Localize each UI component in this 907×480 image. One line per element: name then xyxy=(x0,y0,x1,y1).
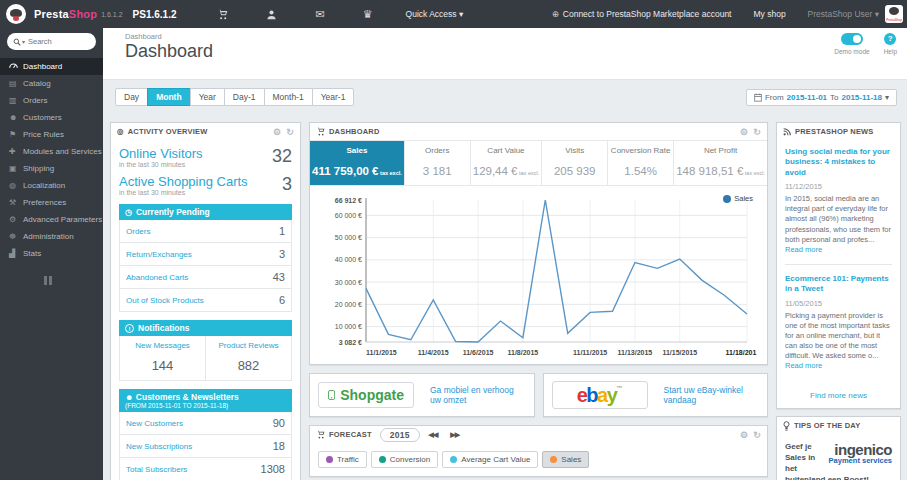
forecast-year[interactable]: 2015 xyxy=(380,428,420,442)
sidebar-item-stats[interactable]: ▟Stats xyxy=(0,245,103,262)
quick-access-menu[interactable]: Quick Access ▾ xyxy=(406,9,464,19)
pending-label[interactable]: Return/Exchanges xyxy=(126,250,192,259)
forecast-toggle-traffic[interactable]: Traffic xyxy=(318,451,367,468)
forecast-toggle-average-cart-value[interactable]: Average Cart Value xyxy=(442,451,538,468)
my-shop-link[interactable]: My shop xyxy=(753,9,785,19)
toggle-on-icon[interactable] xyxy=(841,33,863,45)
sidebar-item-preferences[interactable]: ⚒Preferences xyxy=(0,194,103,211)
svg-text:11/11/2015: 11/11/2015 xyxy=(573,349,607,356)
svg-text:20 000 €: 20 000 € xyxy=(335,301,362,308)
pending-label[interactable]: Orders xyxy=(126,227,150,236)
user-menu[interactable]: PrestaShop User ▾ xyxy=(808,9,879,19)
refresh-icon[interactable]: ↻ xyxy=(753,430,761,440)
article-title[interactable]: Using social media for your business: 4 … xyxy=(785,147,892,178)
notification-label[interactable]: New Messages xyxy=(122,341,203,350)
customers-label[interactable]: New Subscriptions xyxy=(126,442,192,451)
online-visitors-link[interactable]: Online Visitors xyxy=(119,146,203,161)
kpi-net-profit[interactable]: Net Profit148 918,51 € tax excl. xyxy=(674,141,767,185)
mail-icon[interactable]: ✉ xyxy=(315,9,324,20)
trophy-icon[interactable]: ♛ xyxy=(363,9,373,20)
kpi-visits[interactable]: Visits205 939 xyxy=(542,141,608,185)
sidebar-item-label: Modules and Services xyxy=(23,147,102,156)
kpi-label: Cart Value xyxy=(473,146,539,155)
refresh-icon[interactable]: ↻ xyxy=(286,127,294,137)
active-carts-value: 3 xyxy=(282,174,292,195)
forecast-toggle-conversion[interactable]: Conversion xyxy=(371,451,438,468)
search-input[interactable] xyxy=(28,37,86,46)
sidebar-item-shipping[interactable]: ▣Shipping xyxy=(0,160,103,177)
date-range-picker[interactable]: From2015-11-01 To2015-11-18 ▾ xyxy=(746,89,897,106)
shopgate-link[interactable]: Ga mobiel en verhoog uw omzet xyxy=(430,385,526,405)
kpi-sales[interactable]: Sales411 759,00 € tax excl. xyxy=(310,141,405,185)
gear-icon[interactable]: ⚙ xyxy=(740,430,748,440)
customers-newsletters-header: ☻ Customers & Newsletters (FROM 2015-11-… xyxy=(119,389,292,412)
range-button-day[interactable]: Day xyxy=(115,88,148,106)
refresh-icon[interactable]: ↻ xyxy=(753,127,761,137)
customers-value: 1308 xyxy=(261,463,285,475)
gauge-icon xyxy=(9,61,23,72)
next-year-button[interactable]: ▶▶ xyxy=(446,429,463,441)
cart-icon[interactable] xyxy=(217,9,228,20)
forecast-toggle-sales[interactable]: Sales xyxy=(542,451,589,468)
sidebar-menu: Dashboard▤Catalog▥Orders☻Customers⚑Price… xyxy=(0,58,103,262)
kpi-conversion-rate[interactable]: Conversion Rate1.54% xyxy=(608,141,674,185)
help-button[interactable]: ? Help xyxy=(884,33,897,55)
pending-label[interactable]: Abandoned Carts xyxy=(126,273,188,282)
range-button-month-1[interactable]: Month-1 xyxy=(264,88,313,106)
article-title[interactable]: Ecommerce 101: Payments in a Tweet xyxy=(785,274,892,295)
notification-label[interactable]: Product Reviews xyxy=(208,341,289,350)
ebay-module-ad[interactable]: ebay™ Start uw eBay-winkel vandaag xyxy=(543,373,769,417)
user-icon[interactable] xyxy=(266,9,277,20)
customers-label[interactable]: Total Subscribers xyxy=(126,465,187,474)
toggle-label: Average Cart Value xyxy=(461,455,530,464)
administration-icon: ☸ xyxy=(9,232,23,241)
sidebar-item-advanced-parameters[interactable]: ⚙Advanced Parameters xyxy=(0,211,103,228)
avatar[interactable] xyxy=(885,5,903,23)
notification-cell: New Messages144 xyxy=(120,336,205,380)
customers-row: Total Subscribers1308 xyxy=(120,458,291,480)
range-button-year-1[interactable]: Year-1 xyxy=(312,88,355,106)
marketplace-link[interactable]: ⊕Connect to PrestaShop Marketplace accou… xyxy=(552,9,732,19)
panel-title: ACTIVITY OVERVIEW xyxy=(128,127,208,136)
search-scope-caret-icon[interactable]: ▾ xyxy=(22,38,25,45)
gear-icon[interactable]: ⚙ xyxy=(740,127,748,137)
sidebar-item-label: Shipping xyxy=(23,164,54,173)
sidebar-item-localization[interactable]: ◍Localization xyxy=(0,177,103,194)
svg-text:60 000 €: 60 000 € xyxy=(335,212,362,219)
ebay-link[interactable]: Start uw eBay-winkel vandaag xyxy=(664,385,760,405)
brand-name[interactable]: PrestaShop xyxy=(34,8,97,20)
active-carts-link[interactable]: Active Shopping Carts xyxy=(119,174,248,189)
kpi-orders[interactable]: Orders3 181 xyxy=(405,141,471,185)
collapse-menu-icon[interactable] xyxy=(44,276,103,285)
demo-mode-toggle[interactable]: Demo mode xyxy=(834,33,869,55)
pending-label[interactable]: Out of Stock Products xyxy=(126,296,204,305)
brand-version: 1.6.1.2 xyxy=(101,11,122,18)
sidebar-item-administration[interactable]: ☸Administration xyxy=(0,228,103,245)
shopgate-module-ad[interactable]: Shopgate Ga mobiel en verhoog uw omzet xyxy=(309,373,535,417)
sidebar-item-catalog[interactable]: ▤Catalog xyxy=(0,75,103,92)
search-icon xyxy=(13,38,21,46)
series-dot-icon xyxy=(326,456,333,463)
sidebar-item-customers[interactable]: ☻Customers xyxy=(0,109,103,126)
sidebar-item-dashboard[interactable]: Dashboard xyxy=(0,58,103,75)
range-button-day-1[interactable]: Day-1 xyxy=(224,88,265,106)
range-button-year[interactable]: Year xyxy=(190,88,225,106)
read-more-link[interactable]: Read more xyxy=(785,361,822,370)
customers-label[interactable]: New Customers xyxy=(126,419,183,428)
kpi-cart-value[interactable]: Cart Value129,44 € tax excl. xyxy=(471,141,542,185)
kpi-value: 1.54% xyxy=(610,165,671,177)
range-button-month[interactable]: Month xyxy=(147,88,191,106)
find-more-news-link[interactable]: Find more news xyxy=(777,387,900,408)
prestashop-logo[interactable] xyxy=(6,4,26,24)
sales-line xyxy=(366,200,747,342)
pending-value: 3 xyxy=(279,248,285,260)
read-more-link[interactable]: Read more xyxy=(785,245,822,254)
previous-year-button[interactable]: ◀◀ xyxy=(425,429,442,441)
gear-icon[interactable]: ⚙ xyxy=(273,127,281,137)
chart-legend[interactable]: Sales xyxy=(723,194,753,203)
sidebar-item-modules-and-services[interactable]: ✚Modules and Services xyxy=(0,143,103,160)
svg-text:66 912 €: 66 912 € xyxy=(335,197,362,204)
sidebar-item-price-rules[interactable]: ⚑Price Rules xyxy=(0,126,103,143)
sidebar-search[interactable]: ▾ xyxy=(7,33,96,50)
sidebar-item-orders[interactable]: ▥Orders xyxy=(0,92,103,109)
